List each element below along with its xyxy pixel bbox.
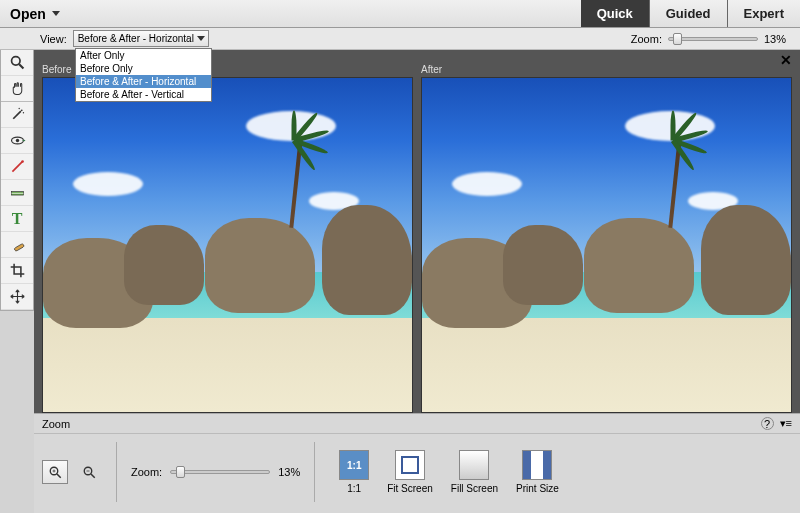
chevron-down-icon xyxy=(52,11,60,16)
fit-one-label: 1:1 xyxy=(347,483,361,494)
text-tool[interactable]: T xyxy=(1,206,33,232)
view-dropdown[interactable]: Before & After - Horizontal xyxy=(73,30,209,47)
after-label: After xyxy=(421,64,792,75)
red-eye-tool[interactable] xyxy=(1,154,33,180)
zoom-value-bottom: 13% xyxy=(278,466,300,478)
slider-thumb[interactable] xyxy=(673,33,682,45)
svg-point-5 xyxy=(22,112,23,113)
print-size-label: Print Size xyxy=(516,483,559,494)
options-bar: View: Before & After - Horizontal After … xyxy=(0,28,800,50)
after-image xyxy=(422,78,791,412)
open-menu[interactable]: Open xyxy=(0,6,68,22)
divider xyxy=(314,442,315,502)
before-canvas[interactable] xyxy=(42,77,413,413)
svg-point-4 xyxy=(18,108,19,109)
view-label: View: xyxy=(40,33,67,45)
print-size[interactable]: Print Size xyxy=(516,450,559,494)
bottom-panel-title: Zoom xyxy=(42,418,70,430)
svg-line-9 xyxy=(12,161,22,171)
zoom-label-bottom: Zoom: xyxy=(131,466,162,478)
view-option-after-only[interactable]: After Only xyxy=(76,49,211,62)
svg-line-2 xyxy=(13,111,21,119)
top-bar: Open Quick Guided Expert xyxy=(0,0,800,28)
view-option-horizontal[interactable]: Before & After - Horizontal xyxy=(76,75,211,88)
tab-guided[interactable]: Guided xyxy=(650,0,728,27)
svg-point-7 xyxy=(15,139,18,142)
svg-point-0 xyxy=(11,57,19,66)
view-option-before-only[interactable]: Before Only xyxy=(76,62,211,75)
fit-group: 1:1 1:1 Fit Screen Fill Screen Print Siz… xyxy=(339,450,559,494)
zoom-label-top: Zoom: xyxy=(631,33,662,45)
one-to-one-icon: 1:1 xyxy=(339,450,369,480)
svg-rect-13 xyxy=(13,243,24,251)
open-label: Open xyxy=(10,6,46,22)
after-pane: After xyxy=(421,64,792,413)
hand-tool[interactable] xyxy=(1,76,33,102)
svg-line-15 xyxy=(57,474,61,478)
after-canvas[interactable] xyxy=(421,77,792,413)
canvas-row: Before xyxy=(34,64,800,413)
bottom-panel-header: Zoom ? ▾≡ xyxy=(34,414,800,434)
print-size-icon xyxy=(522,450,552,480)
view-option-vertical[interactable]: Before & After - Vertical xyxy=(76,88,211,101)
zoom-in-button[interactable] xyxy=(42,460,68,484)
bottom-panel: Zoom ? ▾≡ Zoom: 13% 1:1 1:1 Fit Screen F… xyxy=(34,413,800,513)
tab-expert[interactable]: Expert xyxy=(728,0,800,27)
view-dropdown-value: Before & After - Horizontal xyxy=(78,33,194,44)
slider-thumb[interactable] xyxy=(176,466,185,478)
fill-screen[interactable]: Fill Screen xyxy=(451,450,498,494)
workspace: ✕ Before xyxy=(34,50,800,413)
move-tool[interactable] xyxy=(1,284,33,310)
close-icon[interactable]: ✕ xyxy=(780,52,792,68)
magic-wand-tool[interactable] xyxy=(1,102,33,128)
svg-point-10 xyxy=(21,160,24,163)
fit-screen-icon xyxy=(395,450,425,480)
tab-quick[interactable]: Quick xyxy=(581,0,650,27)
chevron-down-icon xyxy=(197,36,205,41)
svg-point-3 xyxy=(20,109,22,111)
fit-screen[interactable]: Fit Screen xyxy=(387,450,433,494)
help-icon[interactable]: ? xyxy=(761,417,774,430)
zoom-slider-bottom[interactable] xyxy=(170,470,270,474)
zoom-value-top: 13% xyxy=(764,33,786,45)
crop-tool[interactable] xyxy=(1,258,33,284)
fit-screen-label: Fit Screen xyxy=(387,483,433,494)
panel-menu-icon[interactable]: ▾≡ xyxy=(780,417,792,430)
svg-line-1 xyxy=(19,64,23,68)
mode-tabs: Quick Guided Expert xyxy=(581,0,800,27)
before-pane: Before xyxy=(42,64,413,413)
spot-healing-tool[interactable] xyxy=(1,232,33,258)
zoom-out-button[interactable] xyxy=(76,460,102,484)
zoom-tool[interactable] xyxy=(1,50,33,76)
fit-one-to-one[interactable]: 1:1 1:1 xyxy=(339,450,369,494)
whiten-teeth-tool[interactable] xyxy=(1,180,33,206)
toolbox: T xyxy=(0,50,34,311)
zoom-slider-top[interactable] xyxy=(668,37,758,41)
fill-screen-label: Fill Screen xyxy=(451,483,498,494)
fill-screen-icon xyxy=(459,450,489,480)
svg-line-19 xyxy=(91,474,95,478)
bottom-panel-body: Zoom: 13% 1:1 1:1 Fit Screen Fill Screen… xyxy=(34,434,800,510)
eye-tool[interactable] xyxy=(1,128,33,154)
before-image xyxy=(43,78,412,412)
view-dropdown-list: After Only Before Only Before & After - … xyxy=(75,48,212,102)
divider xyxy=(116,442,117,502)
